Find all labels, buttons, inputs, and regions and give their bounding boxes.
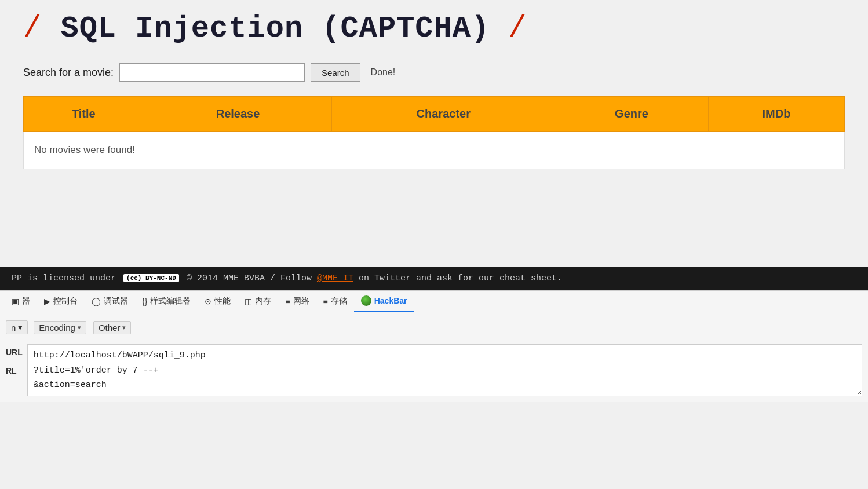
network-label: 网络 xyxy=(293,296,309,306)
hackbar-dot-icon xyxy=(361,295,371,306)
performance-icon: ⊙ xyxy=(205,297,211,306)
console-label: 控制台 xyxy=(53,296,78,306)
performance-label: 性能 xyxy=(214,296,231,306)
table-body: No movies were found! xyxy=(24,132,845,169)
devtools-item-debugger[interactable]: ◯ 调试器 xyxy=(85,290,135,312)
hackbar-other-dropdown[interactable]: Other ▾ xyxy=(93,321,132,334)
hackbar-n-dropdown[interactable]: n ▾ xyxy=(6,320,28,334)
cc-badge: (cc) BY-NC-ND xyxy=(123,274,179,282)
debugger-label: 调试器 xyxy=(104,296,128,306)
inspector-icon: ▣ xyxy=(12,297,19,306)
hackbar-label: HackBar xyxy=(374,296,407,305)
hackbar-other-arrow-icon: ▾ xyxy=(122,324,126,331)
footer-text-before: PP is licensed under xyxy=(12,273,116,283)
memory-icon: ◫ xyxy=(245,297,252,306)
hackbar-toolbar: n ▾ Encoding ▾ Other ▾ xyxy=(0,317,868,338)
storage-label: 存储 xyxy=(331,296,347,306)
done-label: Done! xyxy=(371,67,396,78)
footer-text-after: © 2014 MME BVBA / Follow xyxy=(187,273,312,283)
devtools-item-style-editor[interactable]: {} 样式编辑器 xyxy=(135,290,198,312)
no-results-message: No movies were found! xyxy=(24,132,845,169)
debugger-icon: ◯ xyxy=(92,297,101,306)
rl-label: RL xyxy=(6,364,23,378)
url-textarea[interactable] xyxy=(27,344,862,396)
hackbar-encoding-label: Encoding xyxy=(39,323,75,333)
col-genre: Genre xyxy=(555,97,709,132)
style-editor-label: 样式编辑器 xyxy=(150,296,191,306)
table-header-row: Title Release Character Genre IMDb xyxy=(24,97,845,132)
memory-label: 内存 xyxy=(255,296,271,306)
hackbar-n-arrow-icon: ▾ xyxy=(18,322,23,333)
search-button[interactable]: Search xyxy=(311,63,360,82)
devtools-item-storage[interactable]: ≡ 存储 xyxy=(316,290,354,312)
hackbar-area: n ▾ Encoding ▾ Other ▾ URL RL xyxy=(0,312,868,402)
main-content: / SQL Injection (CAPTCHA) / Search for a… xyxy=(0,0,868,267)
url-label: URL xyxy=(6,345,23,359)
slash-right: / xyxy=(508,12,527,46)
slash-left: / xyxy=(23,12,42,46)
hackbar-other-label: Other xyxy=(99,323,121,333)
table-header: Title Release Character Genre IMDb xyxy=(24,97,845,132)
page-title: / SQL Injection (CAPTCHA) / xyxy=(23,12,845,46)
search-label: Search for a movie: xyxy=(23,67,114,79)
devtools-item-network[interactable]: ≡ 网络 xyxy=(278,290,316,312)
inspector-label: 器 xyxy=(22,296,30,306)
col-imdb: IMDb xyxy=(709,97,845,132)
devtools-item-console[interactable]: ▶ 控制台 xyxy=(37,290,85,312)
footer-bar: PP is licensed under (cc) BY-NC-ND © 201… xyxy=(0,267,868,290)
network-icon: ≡ xyxy=(285,297,290,306)
hackbar-n-label: n xyxy=(11,323,16,333)
col-title: Title xyxy=(24,97,144,132)
col-release: Release xyxy=(144,97,332,132)
hackbar-encoding-arrow-icon: ▾ xyxy=(78,324,81,331)
storage-icon: ≡ xyxy=(323,297,328,306)
devtools-item-memory[interactable]: ◫ 内存 xyxy=(238,290,278,312)
footer-text-end: on Twitter and ask for our cheat sheet. xyxy=(359,273,562,283)
devtools-toolbar: ▣ 器 ▶ 控制台 ◯ 调试器 {} 样式编辑器 ⊙ 性能 ◫ 内存 ≡ 网络 … xyxy=(0,290,868,312)
devtools-item-inspector[interactable]: ▣ 器 xyxy=(5,290,37,312)
title-text: SQL Injection (CAPTCHA) xyxy=(60,12,508,46)
twitter-link[interactable]: @MME_IT xyxy=(317,273,353,283)
search-row: Search for a movie: Search Done! xyxy=(23,63,845,82)
hackbar-encoding-dropdown[interactable]: Encoding ▾ xyxy=(34,321,86,334)
console-icon: ▶ xyxy=(44,297,50,306)
style-editor-icon: {} xyxy=(142,297,147,306)
devtools-item-performance[interactable]: ⊙ 性能 xyxy=(198,290,238,312)
search-input[interactable] xyxy=(119,63,305,82)
url-labels: URL RL xyxy=(6,344,23,396)
results-table: Title Release Character Genre IMDb No mo… xyxy=(23,96,845,169)
col-character: Character xyxy=(332,97,555,132)
hackbar-url-area: URL RL xyxy=(0,338,868,402)
no-results-row: No movies were found! xyxy=(24,132,845,169)
devtools-item-hackbar[interactable]: HackBar xyxy=(354,290,414,312)
